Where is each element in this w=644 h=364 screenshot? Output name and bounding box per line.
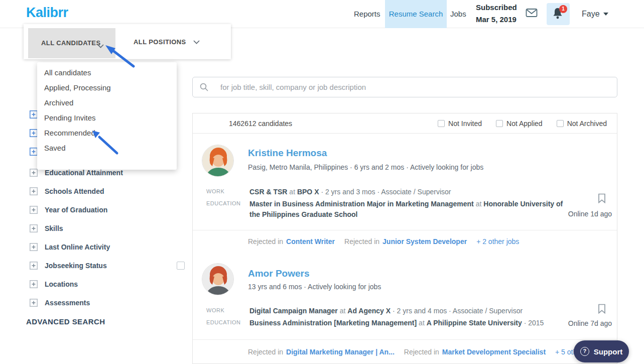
sidebar-item-locations[interactable]: Locations	[30, 278, 78, 290]
candidate-name-link[interactable]: Kristine Hermosa	[248, 148, 327, 159]
education-at: at	[419, 319, 425, 327]
plus-square-icon[interactable]	[30, 187, 38, 195]
all-positions-label: ALL POSITIONS	[134, 38, 186, 46]
sidebar-item-last-online-activity[interactable]: Last Online Activity	[30, 241, 110, 253]
checkbox-icon[interactable]	[557, 120, 564, 127]
nav-item-reports[interactable]: Reports	[354, 0, 380, 28]
work-label: WORK	[206, 188, 224, 194]
nav-item-resume-search[interactable]: Resume Search	[385, 0, 447, 28]
checkbox-label: Not Applied	[506, 119, 543, 128]
covered-filter-expand-icon[interactable]	[30, 129, 38, 139]
filter-label: Assessments	[45, 299, 90, 307]
covered-filter-expand-icon[interactable]	[30, 110, 38, 120]
checkbox-icon[interactable]	[496, 120, 503, 127]
job-link[interactable]: Junior System Developer	[382, 237, 467, 246]
rejected-in-label: Rejected in	[248, 237, 283, 246]
search-icon	[200, 83, 208, 91]
mail-icon[interactable]	[526, 8, 538, 20]
all-candidates-label: ALL CANDIDATES	[41, 28, 101, 58]
avatar[interactable]	[202, 145, 234, 177]
more-jobs-link[interactable]: + 2 other jobs	[476, 237, 519, 246]
chevron-down-icon	[603, 13, 608, 16]
education-degree: Master in Business Administration Major …	[249, 200, 474, 208]
all-positions-dropdown[interactable]: ALL POSITIONS	[134, 24, 200, 59]
candidate-search-bar	[192, 77, 617, 97]
not-archived-checkbox[interactable]: Not Archived	[557, 119, 607, 128]
candidate-filter-toolbar: ALL CANDIDATES ALL POSITIONS	[24, 24, 231, 59]
job-link[interactable]: Content Writer	[286, 237, 335, 246]
resume-search-page: Kalibrr Reports Resume Search Jobs Subsc…	[0, 0, 644, 364]
job-link[interactable]: Market Development Specialist	[442, 348, 546, 356]
checkbox-label: Not Archived	[567, 119, 607, 128]
education-at: at	[476, 200, 482, 208]
rejected-in-label: Rejected in	[344, 237, 379, 246]
not-applied-checkbox[interactable]: Not Applied	[496, 119, 543, 128]
checkbox-icon[interactable]	[438, 120, 445, 127]
education-school: A Philippine State University	[427, 319, 522, 327]
rejections-row: Rejected in Digital Marketing Manager | …	[193, 339, 617, 364]
kalibrr-logo[interactable]: Kalibrr	[26, 5, 68, 21]
job-link[interactable]: Digital Marketing Manager | An...	[286, 348, 395, 356]
plus-square-icon[interactable]	[30, 224, 38, 232]
filter-label: Schools Attended	[45, 187, 104, 195]
rejection-entry: Rejected in Content Writer	[248, 237, 335, 246]
work-summary: CSR & TSR at BPO X · 2 yrs and 3 mos · A…	[249, 187, 601, 197]
checkbox-label: Not Invited	[448, 119, 482, 128]
sidebar-item-skills[interactable]: Skills	[30, 222, 63, 234]
support-button[interactable]: ? Support	[574, 340, 629, 362]
menu-item-archived[interactable]: Archived	[37, 95, 177, 110]
sidebar-item-jobseeking-status[interactable]: Jobseeking Status	[30, 260, 107, 272]
plus-square-icon[interactable]	[30, 169, 38, 177]
candidate-card: Kristine Hermosa Pasig, Metro Manila, Ph…	[193, 134, 617, 253]
user-name: Faye	[582, 0, 600, 28]
rejected-in-label: Rejected in	[248, 348, 283, 356]
online-status: Online 1d ago	[568, 210, 612, 218]
all-candidates-dropdown[interactable]: ALL CANDIDATES	[28, 28, 115, 58]
menu-item-applied-processing[interactable]: Applied, Processing	[37, 80, 177, 95]
rejection-entry: Rejected in Junior System Developer	[344, 237, 467, 246]
work-company: BPO X	[297, 188, 319, 196]
plus-square-icon[interactable]	[30, 299, 38, 307]
plus-square-icon[interactable]	[30, 262, 38, 270]
work-title: CSR & TSR	[249, 188, 287, 196]
results-header: 1462612 candidates Not Invited Not Appli…	[193, 113, 617, 134]
menu-item-pending-invites[interactable]: Pending Invites	[37, 110, 177, 126]
nav-item-jobs[interactable]: Jobs	[450, 0, 466, 28]
search-input[interactable]	[220, 83, 610, 91]
work-summary: Digital Campaign Manager at Ad Agency X …	[249, 306, 601, 316]
help-icon: ?	[580, 347, 589, 356]
plus-square-icon[interactable]	[30, 206, 38, 214]
menu-item-all-candidates[interactable]: All candidates	[37, 65, 177, 80]
menu-item-saved[interactable]: Saved	[37, 141, 177, 156]
sidebar-item-year-of-graduation[interactable]: Year of Graduation	[30, 204, 107, 216]
education-meta: · 2015	[524, 319, 544, 327]
rejection-entry: Rejected in Digital Marketing Manager | …	[248, 348, 395, 356]
notification-badge[interactable]: 1	[559, 5, 567, 13]
avatar[interactable]	[202, 263, 234, 295]
bookmark-icon[interactable]	[598, 193, 606, 205]
sidebar-item-assessments[interactable]: Assessments	[30, 297, 90, 309]
filter-label: Educational Attainment	[45, 169, 123, 177]
rejected-in-label: Rejected in	[404, 348, 439, 356]
results-panel: 1462612 candidates Not Invited Not Appli…	[192, 113, 617, 364]
plus-square-icon[interactable]	[30, 243, 38, 251]
advanced-search-link[interactable]: ADVANCED SEARCH	[26, 317, 105, 326]
candidate-name-link[interactable]: Amor Powers	[248, 268, 309, 279]
user-menu[interactable]: Faye	[582, 0, 608, 28]
subscription-status: Subscribed	[476, 3, 517, 12]
jobseeking-status-checkbox[interactable]	[177, 262, 185, 270]
chevron-down-icon	[97, 41, 104, 50]
not-invited-checkbox[interactable]: Not Invited	[438, 119, 482, 128]
covered-filter-expand-icon[interactable]	[30, 148, 38, 158]
education-label: EDUCATION	[206, 200, 240, 206]
work-title: Digital Campaign Manager	[249, 307, 338, 315]
chevron-down-icon	[193, 37, 200, 46]
subscription-date: Mar 5, 2019	[476, 15, 517, 24]
candidate-subtitle: 13 yrs and 6 mos · Actively looking for …	[248, 283, 381, 291]
menu-item-recommended[interactable]: Recommended	[37, 126, 177, 141]
candidates-dropdown-menu: All candidates Applied, Processing Archi…	[37, 62, 177, 170]
plus-square-icon[interactable]	[30, 280, 38, 288]
bookmark-icon[interactable]	[598, 304, 606, 316]
education-label: EDUCATION	[206, 319, 240, 325]
sidebar-item-schools-attended[interactable]: Schools Attended	[30, 185, 104, 197]
